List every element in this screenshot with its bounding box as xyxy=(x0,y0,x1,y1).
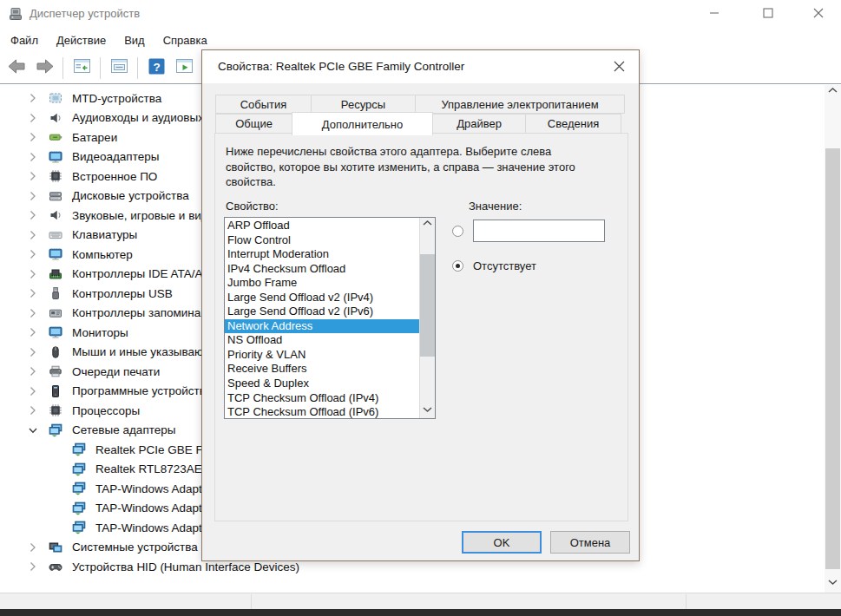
hid-icon xyxy=(49,560,62,573)
properties-window-icon xyxy=(109,56,129,80)
chevron-right-icon[interactable] xyxy=(26,208,40,222)
window-title: Диспетчер устройств xyxy=(30,7,140,20)
ok-button[interactable]: OK xyxy=(462,531,542,554)
chevron-right-icon[interactable] xyxy=(26,384,40,398)
minimize-icon xyxy=(709,6,719,22)
property-option[interactable]: Jumbo Frame xyxy=(225,276,420,291)
tab-events[interactable]: События xyxy=(215,95,312,114)
chevron-down-icon xyxy=(826,575,839,592)
tree-item-label: Батареи xyxy=(72,131,117,144)
property-option[interactable]: NS Offload xyxy=(225,333,420,348)
tree-item-label: Клавиатуры xyxy=(72,228,137,241)
tab-power-management[interactable]: Управление электропитанием xyxy=(415,95,625,114)
property-option[interactable]: Speed & Duplex xyxy=(225,377,420,391)
listbox-scroll-down-button[interactable] xyxy=(420,403,435,418)
properties-dialog: Свойства: Realtek PCIe GBE Family Contro… xyxy=(201,49,640,561)
mouse-icon xyxy=(49,345,62,359)
tab-general[interactable]: Общие xyxy=(215,114,292,134)
property-option[interactable]: Interrupt Moderation xyxy=(225,247,420,262)
property-option[interactable]: Flow Control xyxy=(225,233,420,248)
chevron-right-icon[interactable] xyxy=(26,560,40,573)
show-console-tree-button[interactable] xyxy=(69,56,95,80)
chevron-right-icon[interactable] xyxy=(26,364,40,378)
computer-icon xyxy=(49,247,62,261)
menu-item-help[interactable]: Справка xyxy=(155,30,215,50)
tab-driver[interactable]: Драйвер xyxy=(432,114,526,134)
ide-controller-icon xyxy=(49,267,62,281)
listbox-scrollbar[interactable] xyxy=(419,218,435,418)
property-option[interactable]: Network Address xyxy=(225,319,420,334)
property-option[interactable]: Receive Buffers xyxy=(225,362,420,377)
menu-bar: ФайлДействиеВидСправка xyxy=(0,29,841,52)
maximize-icon xyxy=(763,6,773,22)
chevron-right-icon[interactable] xyxy=(26,306,40,320)
menu-item-view[interactable]: Вид xyxy=(116,30,153,50)
chevron-right-icon[interactable] xyxy=(26,267,40,281)
scrollbar-thumb[interactable] xyxy=(825,148,840,569)
dialog-close-button[interactable] xyxy=(611,60,627,75)
chevron-right-icon[interactable] xyxy=(26,247,40,261)
statusbar-divider xyxy=(251,594,252,610)
minimize-button[interactable] xyxy=(694,2,733,26)
scroll-down-button[interactable] xyxy=(825,576,841,591)
chevron-up-icon xyxy=(826,84,839,101)
property-listbox[interactable]: ARP OffloadFlow ControlInterrupt Moderat… xyxy=(224,217,436,419)
chevron-down-icon xyxy=(421,403,434,419)
tree-item-label: Дисковые устройства xyxy=(72,189,189,202)
storage-controller-icon xyxy=(49,306,62,320)
value-input[interactable] xyxy=(473,220,605,242)
network-adapter-icon xyxy=(72,521,86,534)
back-button[interactable] xyxy=(3,56,30,80)
maximize-button[interactable] xyxy=(748,2,787,26)
property-option[interactable]: Large Send Offload v2 (IPv4) xyxy=(225,291,420,305)
properties-button[interactable] xyxy=(106,56,132,80)
chevron-right-icon[interactable] xyxy=(26,111,40,125)
tab-details[interactable]: Сведения xyxy=(525,114,621,134)
action-pane-button[interactable] xyxy=(171,56,197,80)
chevron-down-icon[interactable] xyxy=(26,423,40,437)
help-button[interactable]: ? xyxy=(143,56,169,80)
chevron-right-icon[interactable] xyxy=(26,130,40,144)
dialog-title: Свойства: Realtek PCIe GBE Family Contro… xyxy=(218,60,464,73)
tab-advanced[interactable]: Дополнительно xyxy=(292,112,433,135)
absent-radio[interactable] xyxy=(452,260,463,272)
property-option[interactable]: Priority & VLAN xyxy=(225,348,420,363)
cancel-button[interactable]: Отмена xyxy=(550,531,630,554)
network-adapter-icon xyxy=(72,501,86,515)
main-scrollbar[interactable] xyxy=(825,85,841,593)
chevron-right-icon[interactable] xyxy=(26,325,40,339)
chevron-right-icon[interactable] xyxy=(26,169,40,183)
property-option[interactable]: TCP Checksum Offload (IPv4) xyxy=(225,391,420,406)
software-device-icon xyxy=(49,384,62,398)
chevron-right-icon[interactable] xyxy=(26,541,40,554)
network-adapter-icon xyxy=(49,423,62,437)
forward-button[interactable] xyxy=(31,56,57,80)
listbox-scrollbar-thumb[interactable] xyxy=(420,254,435,357)
chevron-right-icon[interactable] xyxy=(26,286,40,300)
chevron-right-icon[interactable] xyxy=(26,91,40,105)
tab-resources[interactable]: Ресурсы xyxy=(311,95,416,114)
chevron-right-icon[interactable] xyxy=(26,150,40,164)
close-button[interactable] xyxy=(798,2,838,26)
speaker-icon xyxy=(49,208,62,222)
network-adapter-icon xyxy=(72,462,86,476)
listbox-scroll-up-button[interactable] xyxy=(420,218,435,233)
chevron-right-icon[interactable] xyxy=(26,403,40,417)
taskbar-edge xyxy=(0,609,841,616)
menu-item-action[interactable]: Действие xyxy=(49,30,114,50)
scroll-up-button[interactable] xyxy=(825,85,841,100)
value-radio[interactable] xyxy=(452,226,463,237)
chevron-right-icon[interactable] xyxy=(26,189,40,203)
keyboard-icon xyxy=(49,228,62,242)
property-option[interactable]: ARP Offload xyxy=(225,219,420,233)
chevron-right-icon[interactable] xyxy=(26,228,40,242)
tree-item-label: Очереди печати xyxy=(72,365,160,378)
property-option[interactable]: TCP Checksum Offload (IPv6) xyxy=(225,405,420,419)
system-device-icon xyxy=(49,541,62,554)
property-option[interactable]: IPv4 Checksum Offload xyxy=(225,262,420,277)
tree-item-label: Процессоры xyxy=(72,404,140,417)
property-option[interactable]: Large Send Offload v2 (IPv6) xyxy=(225,305,420,319)
tab-description: Ниже перечислены свойства этого адаптера… xyxy=(226,144,597,190)
chevron-right-icon[interactable] xyxy=(26,345,40,359)
menu-item-file[interactable]: Файл xyxy=(3,30,46,50)
